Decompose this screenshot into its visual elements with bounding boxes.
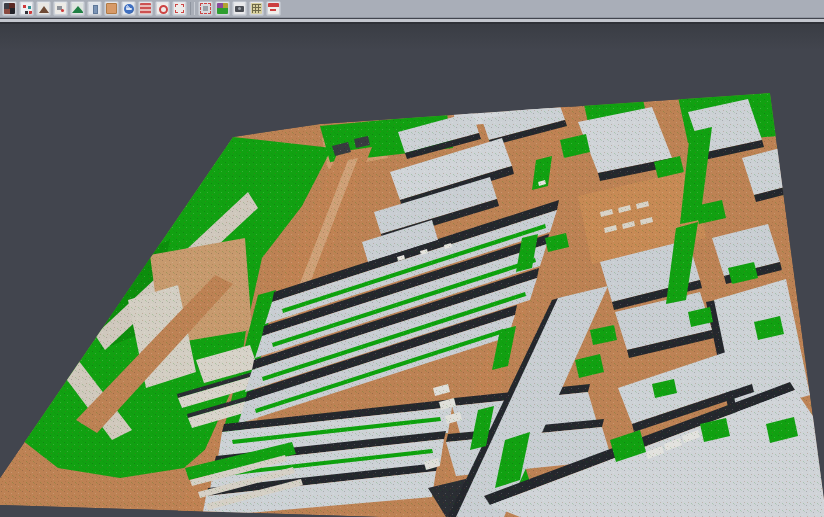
- column-icon: [89, 3, 100, 14]
- camera-button[interactable]: [232, 1, 247, 16]
- mosaic-icon: [4, 3, 15, 14]
- application-window: [0, 0, 824, 517]
- globe-button[interactable]: [121, 1, 136, 16]
- marker-button[interactable]: [53, 1, 68, 16]
- table-icon: [251, 3, 262, 14]
- column-button[interactable]: [87, 1, 102, 16]
- classes-icon: [217, 3, 228, 14]
- tie-points-button[interactable]: [19, 1, 34, 16]
- pointcloud-speckle: [0, 93, 824, 517]
- screenshot-root: { "window": { "background": "#42454e", "…: [0, 0, 824, 517]
- gear-icon: [157, 3, 168, 14]
- flag-button[interactable]: [266, 1, 281, 16]
- classes-button[interactable]: [215, 1, 230, 16]
- flag-icon: [268, 3, 279, 14]
- layers-button[interactable]: [138, 1, 153, 16]
- crop-button[interactable]: [198, 1, 213, 16]
- select-button[interactable]: [172, 1, 187, 16]
- gear-button[interactable]: [155, 1, 170, 16]
- marker-icon: [55, 3, 66, 14]
- toolbar-border-strip: [0, 22, 824, 24]
- globe-icon: [123, 3, 134, 14]
- table-button[interactable]: [249, 1, 264, 16]
- toolbar-separator: [190, 2, 195, 15]
- ortho-icon: [106, 3, 117, 14]
- terrain-icon: [72, 3, 83, 14]
- dem-icon: [38, 3, 49, 14]
- camera-icon: [234, 3, 245, 14]
- layers-icon: [140, 3, 151, 14]
- toolbar: [0, 0, 824, 18]
- mosaic-button[interactable]: [2, 1, 17, 16]
- select-icon: [174, 3, 185, 14]
- crop-icon: [200, 3, 211, 14]
- ortho-button[interactable]: [104, 1, 119, 16]
- terrain-button[interactable]: [70, 1, 85, 16]
- dem-button[interactable]: [36, 1, 51, 16]
- scene: [0, 0, 824, 517]
- tie-points-icon: [21, 3, 32, 14]
